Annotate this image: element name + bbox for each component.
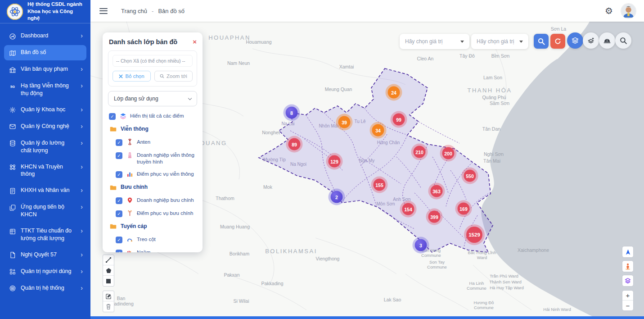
- checkbox-checked[interactable]: ✓: [116, 197, 122, 204]
- commune-filter-card: -- Chọn Xã (có thể chọn nhiều) -- Bỏ chọ…: [108, 50, 197, 87]
- breadcrumb-home[interactable]: Trang chủ: [121, 8, 147, 14]
- zoom-out-button[interactable]: −: [622, 301, 633, 310]
- sidebar-item[interactable]: Nghị Quyết 57›: [4, 247, 86, 263]
- sidebar-item[interactable]: Dashboard›: [4, 28, 86, 44]
- sidebar-item[interactable]: Quản trị người dùng›: [4, 264, 86, 279]
- building-icon: [9, 66, 16, 73]
- breadcrumb-current[interactable]: Bản đồ số: [158, 8, 185, 14]
- streetview-dome-button[interactable]: [599, 32, 615, 49]
- cluster-marker[interactable]: 3: [415, 239, 427, 251]
- target-icon: [9, 285, 16, 292]
- checkbox-checked[interactable]: ✓: [116, 210, 122, 217]
- delete-feature-tool[interactable]: [103, 301, 114, 312]
- sidebar-item[interactable]: 5GHạ tầng Viễn thông thụ động›: [4, 78, 86, 101]
- chevron-right-icon: ›: [80, 32, 83, 40]
- cluster-marker[interactable]: 200: [442, 147, 455, 160]
- sidebar-item[interactable]: Quản lý Khoa học›: [4, 102, 86, 118]
- cluster-marker[interactable]: 34: [372, 124, 384, 137]
- cluster-marker[interactable]: 363: [431, 185, 443, 197]
- cluster-marker[interactable]: 39: [338, 116, 351, 128]
- layer-item-label: Ngầm: [137, 249, 151, 252]
- sidebar-item[interactable]: Quản lý đo lường chất lượng›: [4, 136, 86, 158]
- edit-feature-tool[interactable]: [103, 291, 114, 301]
- sidebar-item-label: Quản trị người dùng: [21, 268, 75, 275]
- chevron-right-icon: ›: [80, 203, 83, 211]
- map-search-button[interactable]: [615, 32, 631, 49]
- cluster-marker[interactable]: 2: [331, 191, 343, 203]
- chevron-right-icon: ›: [80, 139, 83, 147]
- pin-icon: [126, 197, 133, 204]
- layer-item-label: Doanh nghiệp viễn thông truyền hình: [137, 152, 196, 165]
- map-canvas[interactable]: HOUAPHANHouamuangSơn LaNam NeunXamtaiCle…: [90, 22, 644, 319]
- commune-select[interactable]: -- Chọn Xã (có thể chọn nhiều) --: [113, 55, 193, 67]
- province-boundary[interactable]: [259, 68, 493, 252]
- layer-checkbox-list: ✓Hiển thị tất cả các điểmViễn thông✓Ante…: [103, 112, 203, 252]
- sidebar: Hệ thống CSDL ngành Khoa học và Công ngh…: [0, 0, 90, 319]
- layer-group-label: Tuyến cáp: [121, 223, 147, 230]
- checkbox-checked[interactable]: ✓: [116, 237, 122, 243]
- draw-polygon-tool[interactable]: [103, 265, 114, 276]
- cluster-marker[interactable]: 129: [329, 155, 341, 168]
- filter-select-1[interactable]: Hãy chọn giá trị: [400, 34, 469, 49]
- user-avatar[interactable]: [621, 4, 636, 18]
- draw-line-tool[interactable]: [103, 255, 114, 265]
- x-icon: [119, 74, 123, 78]
- add-layer-button[interactable]: [583, 32, 599, 49]
- cluster-marker[interactable]: 169: [458, 203, 470, 215]
- draw-rectangle-tool[interactable]: [103, 276, 114, 286]
- active-layer-select[interactable]: Lớp đang sử dụng: [108, 91, 197, 106]
- basemap-layers-button[interactable]: [622, 275, 634, 287]
- checkbox-checked[interactable]: ✓: [109, 113, 116, 120]
- refresh-button[interactable]: [550, 34, 565, 49]
- sidebar-item[interactable]: Bản đồ số: [4, 45, 86, 60]
- cluster-marker[interactable]: 89: [288, 138, 301, 150]
- menu-toggle-icon[interactable]: [99, 6, 108, 15]
- cluster-marker[interactable]: 154: [402, 203, 414, 215]
- deselect-button[interactable]: Bỏ chọn: [113, 71, 151, 82]
- cluster-marker[interactable]: 8: [286, 107, 298, 119]
- cluster-marker[interactable]: 1529: [466, 227, 482, 243]
- science-icon: [9, 106, 16, 114]
- cluster-marker[interactable]: 399: [428, 211, 441, 223]
- sidebar-item[interactable]: Ứng dụng tiến bộ KHCN›: [4, 200, 86, 222]
- layer-group[interactable]: Viễn thông: [109, 126, 196, 133]
- sidebar-item-label: Nghị Quyết 57: [21, 251, 75, 259]
- close-icon[interactable]: ×: [193, 38, 197, 45]
- chevron-right-icon: ›: [80, 268, 83, 275]
- layer-item-label: Treo cột: [137, 236, 156, 243]
- sidebar-item[interactable]: KHXH và Nhân văn›: [4, 183, 86, 198]
- sidebar-item[interactable]: Quản lý Công nghệ›: [4, 119, 86, 134]
- layers-toggle-button[interactable]: [567, 32, 583, 49]
- dropdown-arrow-icon: [460, 41, 464, 43]
- layer-group[interactable]: Bưu chính: [109, 184, 196, 191]
- layer-group[interactable]: Tuyến cáp: [109, 223, 196, 230]
- checkbox-checked[interactable]: ✓: [116, 171, 122, 178]
- cluster-marker[interactable]: 155: [374, 179, 386, 191]
- search-button[interactable]: [534, 34, 549, 49]
- cluster-marker[interactable]: 99: [393, 114, 405, 126]
- filter-select-2[interactable]: Hãy chọn giá trị: [471, 34, 528, 49]
- layer-item-label: Điểm phục vụ viễn thông: [137, 171, 194, 178]
- compass-button[interactable]: [622, 246, 634, 258]
- sidebar-item[interactable]: KHCN và Truyền thông›: [4, 160, 86, 182]
- cluster-marker[interactable]: 210: [414, 146, 426, 158]
- pegman-icon: [625, 263, 631, 270]
- checkbox-checked[interactable]: ✓: [116, 250, 122, 252]
- checkbox-checked[interactable]: ✓: [116, 152, 122, 159]
- sidebar-item[interactable]: Quản trị hệ thống›: [4, 281, 86, 296]
- cluster-marker[interactable]: 550: [464, 170, 476, 182]
- sidebar-item-label: Quản lý đo lường chất lượng: [21, 139, 75, 155]
- checkbox-checked[interactable]: ✓: [116, 139, 122, 146]
- layer-group-label: Viễn thông: [121, 126, 149, 133]
- cluster-marker[interactable]: 24: [388, 87, 400, 99]
- settings-gear-icon[interactable]: ⚙: [605, 6, 613, 15]
- copy-icon: [9, 204, 16, 211]
- draw-toolbar: [103, 255, 114, 287]
- streetview-pegman-button[interactable]: [622, 260, 634, 272]
- zoom-to-button[interactable]: Zoom tới: [154, 71, 193, 82]
- zoom-in-button[interactable]: +: [622, 291, 633, 301]
- sidebar-item[interactable]: TTKT Tiêu chuẩn đo lường chất lượng›: [4, 223, 86, 246]
- layer-item: ✓Ngầm: [116, 249, 196, 252]
- layer-item: ✓Điểm phục vụ viễn thông: [116, 171, 196, 178]
- sidebar-item[interactable]: Văn bản quy phạm›: [4, 62, 86, 77]
